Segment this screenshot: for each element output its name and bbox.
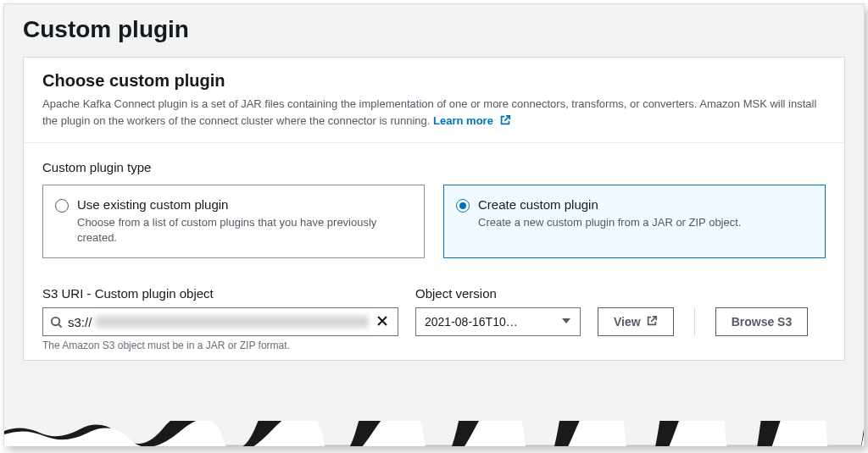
view-button-label: View (614, 315, 641, 329)
close-icon (376, 314, 389, 330)
tile-title: Create custom plugin (478, 197, 813, 212)
browse-button-label: Browse S3 (732, 315, 793, 329)
panel-title: Choose custom plugin (42, 71, 826, 91)
torn-edge-decoration (4, 421, 864, 446)
s3-uri-label: S3 URI - Custom plugin object (42, 286, 398, 301)
divider-col (691, 284, 698, 351)
choose-plugin-panel: Choose custom plugin Apache Kafka Connec… (23, 57, 845, 361)
external-link-icon (646, 315, 658, 329)
panel-body: Custom plugin type Use existing custom p… (24, 143, 844, 360)
panel-header: Choose custom plugin Apache Kafka Connec… (24, 58, 844, 143)
s3-uri-redacted-value (95, 316, 369, 328)
object-version-value: 2021-08-16T10… (425, 315, 518, 329)
s3-uri-hint: The Amazon S3 object must be in a JAR or… (42, 340, 398, 351)
vertical-divider (694, 307, 695, 336)
tile-title: Use existing custom plugin (77, 197, 412, 212)
object-version-field: Object version 2021-08-16T10… (415, 286, 581, 351)
caret-down-icon (561, 315, 571, 329)
learn-more-link[interactable]: Learn more (433, 114, 510, 127)
svg-point-0 (52, 318, 59, 325)
tile-description: Choose from a list of custom plugins tha… (77, 215, 412, 246)
s3-uri-field: S3 URI - Custom plugin object s3:// (42, 286, 398, 351)
external-link-icon (499, 114, 511, 131)
learn-more-label: Learn more (433, 114, 493, 127)
radio-icon (55, 199, 69, 213)
view-button[interactable]: View (598, 307, 674, 336)
s3-uri-input-wrap[interactable]: s3:// (42, 307, 398, 336)
s3-prefix: s3:// (68, 315, 92, 329)
plugin-type-label: Custom plugin type (42, 160, 826, 174)
browse-col: Browse S3 (715, 284, 809, 351)
object-version-select[interactable]: 2021-08-16T10… (415, 307, 581, 336)
panel-description-text: Apache Kafka Connect plugin is a set of … (42, 97, 816, 127)
tile-use-existing[interactable]: Use existing custom plugin Choose from a… (42, 185, 425, 258)
panel-description: Apache Kafka Connect plugin is a set of … (42, 96, 826, 130)
browse-s3-button[interactable]: Browse S3 (715, 307, 809, 336)
clear-input-button[interactable] (374, 312, 391, 332)
fields-row: S3 URI - Custom plugin object s3:// (42, 284, 826, 351)
search-icon (50, 316, 63, 329)
object-version-label: Object version (415, 286, 581, 301)
radio-icon (456, 199, 470, 213)
tile-create-plugin[interactable]: Create custom plugin Create a new custom… (443, 185, 826, 258)
tile-description: Create a new custom plugin from a JAR or… (478, 215, 813, 230)
plugin-type-tiles: Use existing custom plugin Choose from a… (42, 185, 826, 258)
page-title: Custom plugin (4, 4, 864, 57)
view-col: View (598, 284, 674, 351)
